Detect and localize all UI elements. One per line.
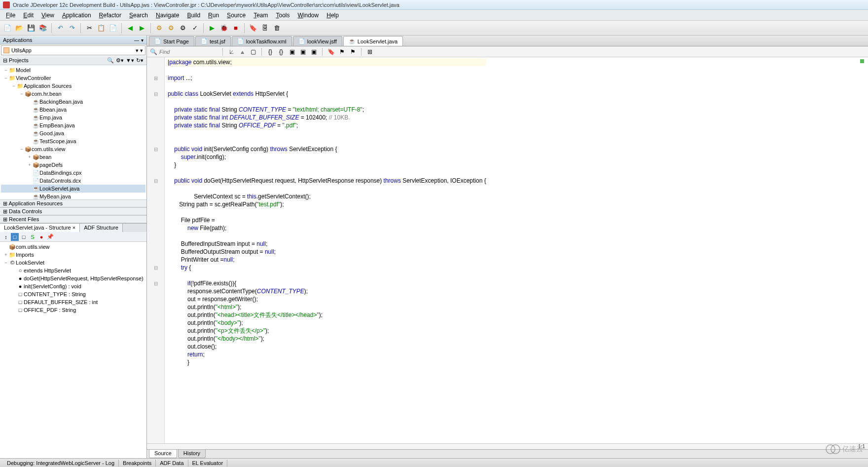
tree-item[interactable]: ☕BackingBean.java	[1, 98, 145, 106]
structure-item[interactable]: ●init(ServletConfig) : void	[1, 282, 145, 290]
structure-item[interactable]: ●doGet(HttpServletRequest, HttpServletRe…	[1, 274, 145, 282]
comment-icon[interactable]: ▢	[249, 47, 257, 56]
code-line[interactable]: BufferedOutputStream output = null;	[168, 248, 486, 256]
search-icon[interactable]: 🔍	[107, 57, 114, 64]
tree-item[interactable]: ☕Good.java	[1, 129, 145, 137]
forward-button[interactable]: ▶	[137, 23, 147, 34]
code-line[interactable]	[168, 208, 486, 216]
editor-tab[interactable]: 📄test.jsf	[195, 36, 231, 46]
code-line[interactable]: File pdfFile =	[168, 216, 486, 224]
flag2-icon[interactable]: ⚑	[348, 47, 357, 56]
code-line[interactable]: public void doGet(HttpServletRequest req…	[168, 177, 486, 185]
structure-tree[interactable]: 📦com.utils.view+📁Imports−©LookServlet○ex…	[0, 242, 146, 458]
tree-item[interactable]: −📁Application Sources	[1, 82, 145, 90]
code[interactable]: |package com.utils.view;import ...;publi…	[165, 57, 489, 443]
filter-icon[interactable]: ⚙▾	[116, 57, 124, 64]
code-line[interactable]: try {	[168, 264, 486, 272]
bookmark-button[interactable]: 🔖	[248, 23, 258, 34]
tree-item[interactable]: −📦com.hr.bean	[1, 90, 145, 98]
menu-edit[interactable]: Edit	[19, 11, 37, 20]
structure-tab[interactable]: LookServlet.java - Structure ×	[0, 224, 80, 232]
menu-search[interactable]: Search	[125, 11, 152, 20]
code-line[interactable]	[168, 137, 486, 145]
panel-header[interactable]: ⊞ Data Controls	[0, 207, 146, 215]
menu-window[interactable]: Window	[294, 11, 323, 20]
panel-header[interactable]: ⊞ Application Resources	[0, 199, 146, 207]
view-icon[interactable]: □	[11, 233, 19, 241]
debug-status[interactable]: Debugging: IntegratedWebLogicServer - Lo…	[3, 460, 119, 467]
code-line[interactable]	[168, 66, 486, 74]
open-button[interactable]: 📂	[14, 23, 25, 34]
tree-item[interactable]: +📦bean	[1, 153, 145, 161]
copy-button[interactable]: 📋	[96, 23, 107, 34]
back-button[interactable]: ◀	[125, 23, 136, 34]
editor-tab[interactable]: 📄lookTaskflow.xml	[232, 36, 292, 46]
panel-header[interactable]: ⊞ Recent Files	[0, 215, 146, 223]
menu-file[interactable]: File	[2, 11, 19, 20]
tree-item[interactable]: −📁ViewController	[1, 74, 145, 82]
paste-button[interactable]: 📄	[108, 23, 118, 34]
block-start-icon[interactable]: {}	[266, 47, 275, 56]
code-line[interactable]: out.println("<html>");	[168, 303, 486, 311]
code-line[interactable]: import ...;	[168, 74, 486, 82]
db-button[interactable]: 🗄	[259, 23, 270, 34]
minimize-icon[interactable]: —	[134, 38, 139, 43]
application-selector[interactable]: UtilsApp ▾ ▾	[1, 45, 145, 55]
editor-view-tab[interactable]: Source	[149, 450, 177, 458]
structure-item[interactable]: +📁Imports	[1, 251, 145, 259]
code-line[interactable]	[168, 98, 486, 106]
code-line[interactable]: out.println("<head><title>文件丢失</title></…	[168, 311, 486, 319]
flag-icon[interactable]: ⚑	[337, 47, 346, 56]
adf-structure-tab[interactable]: ADF Structure	[80, 224, 123, 232]
block-end-icon[interactable]: {}	[277, 47, 286, 56]
refresh-icon[interactable]: ↻▾	[136, 57, 144, 64]
new-button[interactable]: 📄	[2, 23, 13, 34]
menu-help[interactable]: Help	[323, 11, 343, 20]
code-line[interactable]: BufferedInputStream input = null;	[168, 240, 486, 248]
code-line[interactable]	[168, 272, 486, 279]
tree-item[interactable]: +📦pageDefs	[1, 161, 145, 169]
code-line[interactable]: private static final String CONTENT_TYPE…	[168, 106, 486, 114]
structure-item[interactable]: 📦com.utils.view	[1, 243, 145, 251]
menu-team[interactable]: Team	[250, 11, 272, 20]
debug-button[interactable]: 🐞	[218, 23, 229, 34]
menu-refactor[interactable]: Refactor	[95, 11, 125, 20]
nav-icon[interactable]: ▣	[288, 47, 296, 56]
sort-icon[interactable]: ↕	[2, 233, 10, 241]
save-all-button[interactable]: 📚	[37, 23, 48, 34]
structure-item[interactable]: ○extends HttpServlet	[1, 267, 145, 274]
tree-item[interactable]: ☕Bbean.java	[1, 106, 145, 114]
tree-item[interactable]: ☕TestScope.java	[1, 137, 145, 145]
breakpoints-tab[interactable]: Breakpoints	[119, 460, 156, 467]
editor-tab[interactable]: ☕LookServlet.java	[343, 36, 403, 46]
structure-item[interactable]: □CONTENT_TYPE : String	[1, 290, 145, 298]
trash-icon[interactable]: 🗑	[271, 23, 282, 34]
code-line[interactable]: PrintWriter out =null;	[168, 256, 486, 264]
code-line[interactable]: response.setContentType(CONTENT_TYPE);	[168, 287, 486, 295]
code-line[interactable]: private static final int DEFAULT_BUFFER_…	[168, 114, 486, 121]
code-line[interactable]	[168, 82, 486, 90]
find-input[interactable]	[159, 49, 218, 55]
project-tree[interactable]: −📁Model−📁ViewController−📁Application Sou…	[0, 65, 146, 199]
code-line[interactable]: |package com.utils.view;	[168, 58, 486, 66]
el-evaluator-tab[interactable]: EL Evaluator	[188, 460, 228, 467]
indent-icon[interactable]: ⟀	[227, 47, 236, 56]
tree-item[interactable]: ☕EmpBean.java	[1, 121, 145, 129]
tree-item[interactable]: ☕MyBean.java	[1, 193, 145, 199]
code-line[interactable]	[168, 169, 486, 177]
code-line[interactable]: ServletContext sc = this.getServletConte…	[168, 193, 486, 200]
rebuild-button[interactable]: ⚙	[166, 23, 177, 34]
tree-item[interactable]: 📄DataBindings.cpx	[1, 169, 145, 177]
code-line[interactable]: out.println("<body>");	[168, 319, 486, 327]
menu-application[interactable]: Application	[58, 11, 95, 20]
code-line[interactable]: String path = sc.getRealPath("test.pdf")…	[168, 200, 486, 208]
code-line[interactable]: out.close();	[168, 343, 486, 350]
nav2-icon[interactable]: ▣	[298, 47, 307, 56]
funnel-icon[interactable]: ▼▾	[126, 57, 134, 64]
structure-item[interactable]: −©LookServlet	[1, 259, 145, 267]
redo-button[interactable]: ↷	[67, 23, 77, 34]
btn-icon[interactable]: □	[20, 233, 28, 241]
code-line[interactable]: private static final String OFFICE_PDF =…	[168, 121, 486, 129]
tree-item[interactable]: ☕Emp.java	[1, 114, 145, 121]
undo-button[interactable]: ↶	[55, 23, 66, 34]
